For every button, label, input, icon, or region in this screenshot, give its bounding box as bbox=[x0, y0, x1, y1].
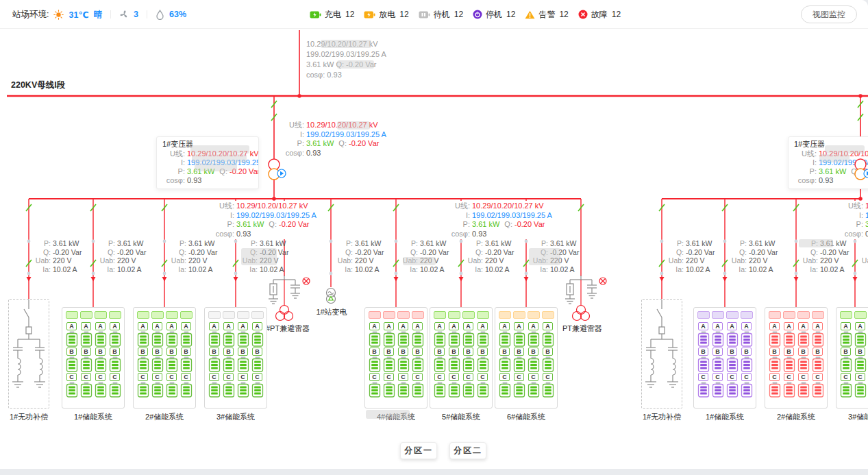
rack-row-label: A bbox=[81, 322, 91, 330]
reactive-compensation-right[interactable] bbox=[641, 299, 682, 409]
legend-item-battery-discharge[interactable]: 放电12 bbox=[364, 9, 408, 21]
rack-row-label: C bbox=[727, 373, 737, 381]
weather-value: 晴 bbox=[94, 9, 103, 21]
uab-label: Uab: bbox=[665, 256, 684, 265]
ia-value: 10.02 A bbox=[260, 265, 284, 274]
battery-rack-column: ABC bbox=[499, 311, 511, 404]
i-value: 199.02/199.03/199.25 A bbox=[236, 211, 317, 221]
q-value: -0.20 Var bbox=[820, 248, 849, 257]
legend-item-alarm[interactable]: 告警12 bbox=[525, 9, 568, 21]
divider bbox=[147, 10, 147, 19]
q-value: -0.20 Var bbox=[749, 248, 778, 257]
battery-icon bbox=[528, 331, 540, 347]
rack-row-label: A bbox=[813, 322, 823, 330]
rack-row-label: B bbox=[528, 348, 538, 356]
rack-status-cell bbox=[528, 311, 540, 319]
cos-label: cosφ: bbox=[162, 176, 185, 185]
rack-row-label: C bbox=[81, 373, 91, 381]
rack-row-label: C bbox=[463, 373, 473, 381]
pt-arrester-icon bbox=[565, 276, 606, 321]
battery-rack-column: ABC bbox=[223, 311, 235, 404]
ia-label: Ia: bbox=[858, 265, 868, 274]
battery-icon bbox=[448, 331, 460, 347]
u-label: U线: bbox=[162, 149, 185, 158]
rack-row-label: B bbox=[463, 348, 473, 356]
legend-count: 12 bbox=[506, 10, 515, 19]
storage-system-box[interactable]: ABCABCABCABC bbox=[62, 307, 125, 409]
battery-icon bbox=[783, 382, 795, 398]
storage-system-label: 3#储能系统 bbox=[204, 412, 267, 422]
rack-row-label: A bbox=[209, 322, 219, 330]
battery-icon bbox=[434, 331, 446, 347]
rack-row-label: A bbox=[223, 322, 234, 330]
uab-value: 220 V bbox=[820, 256, 839, 265]
rack-status-cell bbox=[237, 311, 249, 319]
rack-row-label: A bbox=[384, 322, 394, 330]
battery-icon bbox=[251, 356, 264, 372]
zone1-button[interactable]: 分区一 bbox=[400, 442, 437, 459]
rack-status-cell bbox=[369, 311, 381, 319]
humidity-icon bbox=[156, 10, 164, 20]
battery-icon bbox=[95, 356, 107, 372]
q-label: Q: bbox=[464, 248, 483, 257]
legend-item-stop[interactable]: 停机12 bbox=[473, 9, 515, 21]
battery-icon bbox=[237, 331, 249, 347]
battery-icon bbox=[840, 382, 852, 398]
p-label: P: bbox=[841, 220, 863, 230]
rack-row-label: C bbox=[181, 373, 191, 381]
i-value: 199.02/199.03/199.25 A bbox=[865, 211, 868, 221]
battery-rack-column: ABC bbox=[397, 311, 410, 404]
battery-icon bbox=[208, 382, 221, 398]
bus-metrics-zone1: U线:10.29/10.20/10.27 kVI:199.02/199.03/1… bbox=[210, 201, 319, 239]
storage-system-box[interactable]: ABCABCABCABC bbox=[430, 307, 493, 409]
battery-icon bbox=[513, 331, 525, 347]
rack-row-label: B bbox=[841, 348, 851, 356]
p-label: P: bbox=[794, 167, 817, 176]
cos-value: 0.93 bbox=[306, 149, 321, 158]
rack-row-label: A bbox=[741, 322, 752, 330]
legend-item-battery-charge[interactable]: 充电12 bbox=[310, 9, 354, 21]
rack-status-cell bbox=[251, 311, 264, 319]
battery-icon bbox=[166, 331, 178, 347]
rack-row-label: A bbox=[138, 322, 148, 330]
storage-system-box[interactable]: ABCABCABCABC bbox=[495, 307, 558, 409]
p-value: 3.61 kW bbox=[236, 220, 264, 230]
rack-row-label: A bbox=[798, 322, 808, 330]
rack-row-label: B bbox=[384, 348, 394, 356]
legend-label: 告警 bbox=[538, 9, 555, 21]
battery-icon bbox=[542, 331, 554, 347]
rack-row-label: B bbox=[813, 348, 823, 356]
reactive-compensation-left[interactable] bbox=[8, 299, 49, 409]
battery-rack-column: ABC bbox=[840, 311, 852, 404]
rack-row-label: B bbox=[798, 348, 808, 356]
rack-row-label: C bbox=[855, 373, 865, 381]
storage-system-box[interactable]: ABCABCABCABC bbox=[765, 307, 828, 409]
legend-item-fault[interactable]: 故障12 bbox=[578, 9, 621, 21]
battery-icon bbox=[383, 356, 395, 372]
storage-system-box[interactable]: ABCABCABCABC bbox=[364, 307, 427, 409]
view-monitor-button[interactable]: 视图监控 bbox=[801, 5, 857, 23]
battery-icon bbox=[223, 331, 235, 347]
rack-row-label: A bbox=[252, 322, 262, 330]
q-label: Q: bbox=[858, 248, 868, 257]
zone2-button[interactable]: 分区二 bbox=[449, 442, 486, 459]
blur-patch bbox=[241, 248, 277, 265]
rack-row-label: C bbox=[712, 373, 723, 381]
battery-icon bbox=[477, 356, 489, 372]
legend-label: 充电 bbox=[325, 9, 341, 21]
p-value: 3.61 kW bbox=[865, 220, 868, 230]
storage-system-box[interactable]: ABCABCABCABC bbox=[133, 307, 196, 409]
uab-value: 220 V bbox=[53, 256, 71, 265]
p-label: P: bbox=[665, 239, 684, 248]
u-label: U线: bbox=[841, 202, 863, 211]
storage-system-box[interactable]: ABCABCABCABC bbox=[693, 307, 756, 409]
ia-value: 10.02 A bbox=[550, 265, 575, 274]
q-label: Q: bbox=[334, 248, 353, 257]
scada-monitoring-page: 站场环境: 31℃ 晴 3 63% 充电12放电12待机12停机12告警12故障… bbox=[0, 0, 868, 469]
legend-item-battery-standby[interactable]: 待机12 bbox=[419, 9, 463, 21]
storage-system-box[interactable]: ABCABCABCABC bbox=[836, 307, 868, 409]
battery-icon bbox=[712, 356, 724, 372]
storage-system-box[interactable]: ABCABCABCABC bbox=[204, 307, 267, 409]
battery-icon bbox=[166, 382, 178, 398]
rack-status-cell bbox=[95, 311, 107, 319]
